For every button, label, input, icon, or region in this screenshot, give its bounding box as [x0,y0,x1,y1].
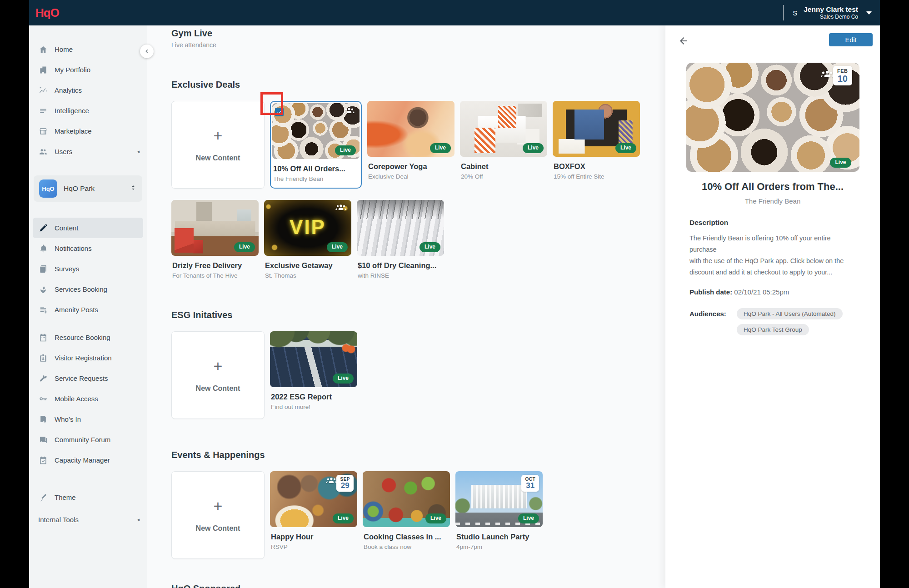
chevron-left-icon [143,48,150,55]
amenity-icon [38,305,48,315]
people-group-icon [325,477,337,485]
sidebar-item-label: Surveys [55,265,140,273]
capacity-icon [38,455,48,465]
card-subtitle: Exclusive Deal [368,173,454,180]
hqo-admin-app: HqO S Jenny Clark test Sales Demo Co Hom… [29,0,880,588]
card-exclusive-getaway[interactable]: VIPLiveExclusive GetawaySt. Thomas [264,200,351,279]
date-badge: FEB 10 [833,66,852,85]
card-title: Studio Launch Party [456,533,542,541]
solar-image: Live [270,331,357,387]
card-10-off-all-orders[interactable]: Live10% Off All Orders...The Friendly Be… [270,101,362,189]
sidebar-features-nav: Resource BookingVisitor RegistrationServ… [29,327,147,470]
hqo-logo[interactable]: HqO [35,6,59,20]
selection-checkbox[interactable] [275,108,284,116]
card-title: $10 off Dry Cleaning... [358,261,443,270]
card-boxfox[interactable]: LiveBOXFOX15% off Entire Site [553,101,640,180]
new-content-label: New Content [196,524,240,533]
sidebar-item-label: Notifications [55,244,140,252]
description-heading: Description [689,219,859,227]
sidebar-item-resource-booking[interactable]: Resource Booking [29,327,147,348]
sidebar-item-label: Marketplace [55,127,140,135]
dry-cleaning-image: Live [357,200,444,256]
live-badge: Live [830,158,851,168]
sidebar-item-capacity-manager[interactable]: Capacity Manager [29,450,147,470]
user-name: Jenny Clark test [804,5,858,14]
new-content-card[interactable]: +New Content [171,331,265,419]
card-title: Drizly Free Delivery [172,261,258,270]
card-cabinet[interactable]: LiveCabinet20% Off [460,101,547,180]
sidebar-item-amenity-posts[interactable]: Amenity Posts [29,299,147,320]
sidebar-item-label: Mobile Access [55,395,140,403]
users-icon [38,147,48,157]
sidebar-collapse-button[interactable] [140,45,154,58]
cabinet-image: Live [460,101,547,157]
sidebar-item-community-forum[interactable]: Community Forum [29,429,147,450]
topbar-divider [783,5,784,20]
yoga-image: Live [367,101,454,157]
sidebar-item-label: Home [55,45,140,53]
drizly-image: Live [171,200,259,256]
sidebar-item-services-booking[interactable]: Services Booking [29,279,147,299]
card-2022-esg-report[interactable]: Live2022 ESG ReportFind out more! [270,331,357,410]
cooking-image: Live [363,471,450,527]
card-cooking-classes-in[interactable]: LiveCooking Classes in ...Book a class n… [363,471,450,550]
studio-image: OCT31Live [455,471,543,527]
card-studio-launch-party[interactable]: OCT31LiveStudio Launch Party4pm-7pm [455,471,543,550]
sidebar-item-service-requests[interactable]: Service Requests [29,368,147,389]
calendar-icon [38,333,48,343]
unfold-icon [130,184,137,193]
card-corepower-yoga[interactable]: LiveCorepower YogaExclusive Deal [367,101,454,180]
analytics-icon [38,85,48,95]
wrench-icon [38,374,48,384]
coffee-cups-image: Live [272,103,360,159]
new-content-card[interactable]: +New Content [171,101,265,189]
new-content-card[interactable]: +New Content [171,471,265,559]
sidebar: HomeMy PortfolioAnalyticsIntelligenceMar… [29,25,147,588]
edit-button[interactable]: Edit [829,33,873,46]
sidebar-item-home[interactable]: Home [29,39,147,60]
card-happy-hour[interactable]: SEP29LiveHappy HourRSVP [270,471,357,550]
bell-icon [38,244,48,254]
people-group-icon [343,107,355,115]
sidebar-item-internal-tools[interactable]: Internal Tools ◂ [29,510,147,528]
sidebar-item-surveys[interactable]: Surveys [29,259,147,279]
sidebar-item-label: Service Requests [55,374,140,382]
card-title: Happy Hour [271,533,356,541]
scrolled-card-title: Gym Live [171,28,665,39]
survey-icon [38,264,48,274]
sidebar-item-who-s-in[interactable]: Who’s In [29,409,147,429]
card-drizly-free-delivery[interactable]: LiveDrizly Free DeliveryFor Tenants of T… [171,200,259,279]
sidebar-item-theme[interactable]: Theme [29,487,147,508]
card-title: Cooking Classes in ... [364,533,449,541]
section-title: Exclusive Deals [171,80,665,90]
letterbox-left [0,0,29,588]
scrolled-card-subtitle: Live attendance [171,41,665,49]
sidebar-item-notifications[interactable]: Notifications [29,238,147,259]
sidebar-item-marketplace[interactable]: Marketplace [29,121,147,141]
sidebar-item-label: Resource Booking [55,334,140,341]
sidebar-item-content[interactable]: Content [33,218,143,238]
sidebar-item-visitor-registration[interactable]: Visitor Registration [29,348,147,368]
audience-chips: HqO Park - All Users (Automated)HqO Park… [737,308,843,335]
whos-in-icon [38,414,48,424]
card-subtitle: St. Thomas [265,272,350,279]
content-section-exclusive-deals: Exclusive Deals+New ContentLive10% Off A… [171,80,665,279]
sidebar-item-users[interactable]: Users◂ [29,141,147,162]
sidebar-item-my-portfolio[interactable]: My Portfolio [29,60,147,80]
section-title: HqO Sponsored [171,583,665,588]
card-title: BOXFOX [554,162,639,171]
sidebar-item-label: Intelligence [55,107,140,115]
sidebar-item-intelligence[interactable]: Intelligence [29,100,147,121]
live-badge: Live [234,242,255,252]
back-arrow-icon[interactable] [678,35,690,47]
content-section-esg-initatives: ESG Initatives+New ContentLive2022 ESG R… [171,310,665,419]
date-badge-day: 31 [525,482,535,490]
plus-icon: + [214,128,223,143]
card-subtitle: 15% off Entire Site [554,173,639,180]
sidebar-item-mobile-access[interactable]: Mobile Access [29,389,147,409]
card-10-off-dry-cleaning[interactable]: Live$10 off Dry Cleaning...with RINSE [357,200,444,279]
user-menu[interactable]: S Jenny Clark test Sales Demo Co [783,5,872,20]
audience-chip: HqO Park - All Users (Automated) [737,308,843,319]
workspace-selector[interactable]: HqO HqO Park [34,175,142,202]
sidebar-item-analytics[interactable]: Analytics [29,80,147,100]
